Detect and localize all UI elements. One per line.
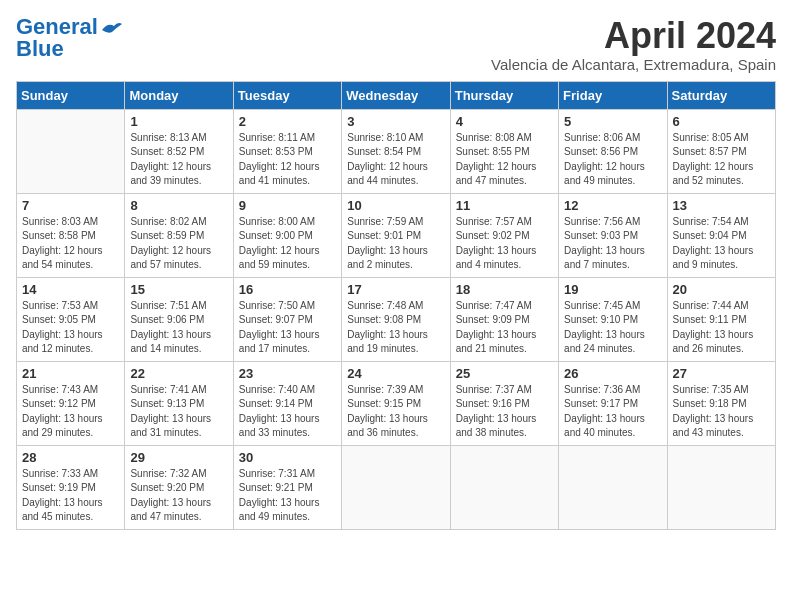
calendar-cell: 4Sunrise: 8:08 AMSunset: 8:55 PMDaylight… [450,109,558,193]
logo-text: GeneralBlue [16,16,98,60]
day-info: Sunrise: 7:39 AMSunset: 9:15 PMDaylight:… [347,383,444,441]
calendar-cell: 2Sunrise: 8:11 AMSunset: 8:53 PMDaylight… [233,109,341,193]
day-info: Sunrise: 7:47 AMSunset: 9:09 PMDaylight:… [456,299,553,357]
day-number: 1 [130,114,227,129]
day-info: Sunrise: 7:40 AMSunset: 9:14 PMDaylight:… [239,383,336,441]
day-number: 12 [564,198,661,213]
day-info: Sunrise: 7:36 AMSunset: 9:17 PMDaylight:… [564,383,661,441]
calendar-cell: 3Sunrise: 8:10 AMSunset: 8:54 PMDaylight… [342,109,450,193]
day-number: 18 [456,282,553,297]
calendar-week-row: 28Sunrise: 7:33 AMSunset: 9:19 PMDayligh… [17,445,776,529]
calendar-table: SundayMondayTuesdayWednesdayThursdayFrid… [16,81,776,530]
day-info: Sunrise: 7:56 AMSunset: 9:03 PMDaylight:… [564,215,661,273]
day-info: Sunrise: 7:33 AMSunset: 9:19 PMDaylight:… [22,467,119,525]
day-info: Sunrise: 7:44 AMSunset: 9:11 PMDaylight:… [673,299,770,357]
calendar-cell: 10Sunrise: 7:59 AMSunset: 9:01 PMDayligh… [342,193,450,277]
day-info: Sunrise: 7:53 AMSunset: 9:05 PMDaylight:… [22,299,119,357]
calendar-cell: 29Sunrise: 7:32 AMSunset: 9:20 PMDayligh… [125,445,233,529]
calendar-cell: 30Sunrise: 7:31 AMSunset: 9:21 PMDayligh… [233,445,341,529]
day-info: Sunrise: 8:11 AMSunset: 8:53 PMDaylight:… [239,131,336,189]
day-number: 5 [564,114,661,129]
day-number: 11 [456,198,553,213]
calendar-cell [667,445,775,529]
day-number: 16 [239,282,336,297]
day-info: Sunrise: 7:35 AMSunset: 9:18 PMDaylight:… [673,383,770,441]
calendar-cell: 18Sunrise: 7:47 AMSunset: 9:09 PMDayligh… [450,277,558,361]
day-info: Sunrise: 7:41 AMSunset: 9:13 PMDaylight:… [130,383,227,441]
day-number: 7 [22,198,119,213]
calendar-cell: 8Sunrise: 8:02 AMSunset: 8:59 PMDaylight… [125,193,233,277]
day-number: 9 [239,198,336,213]
calendar-cell: 23Sunrise: 7:40 AMSunset: 9:14 PMDayligh… [233,361,341,445]
day-number: 17 [347,282,444,297]
day-number: 24 [347,366,444,381]
weekday-header-thursday: Thursday [450,81,558,109]
calendar-cell: 7Sunrise: 8:03 AMSunset: 8:58 PMDaylight… [17,193,125,277]
calendar-cell: 15Sunrise: 7:51 AMSunset: 9:06 PMDayligh… [125,277,233,361]
day-info: Sunrise: 8:03 AMSunset: 8:58 PMDaylight:… [22,215,119,273]
calendar-cell: 22Sunrise: 7:41 AMSunset: 9:13 PMDayligh… [125,361,233,445]
calendar-week-row: 1Sunrise: 8:13 AMSunset: 8:52 PMDaylight… [17,109,776,193]
day-number: 21 [22,366,119,381]
day-number: 25 [456,366,553,381]
calendar-cell [559,445,667,529]
calendar-cell: 27Sunrise: 7:35 AMSunset: 9:18 PMDayligh… [667,361,775,445]
day-info: Sunrise: 7:37 AMSunset: 9:16 PMDaylight:… [456,383,553,441]
month-title: April 2024 [491,16,776,56]
calendar-cell [450,445,558,529]
calendar-cell: 20Sunrise: 7:44 AMSunset: 9:11 PMDayligh… [667,277,775,361]
calendar-cell: 25Sunrise: 7:37 AMSunset: 9:16 PMDayligh… [450,361,558,445]
day-info: Sunrise: 8:08 AMSunset: 8:55 PMDaylight:… [456,131,553,189]
day-info: Sunrise: 7:51 AMSunset: 9:06 PMDaylight:… [130,299,227,357]
calendar-cell: 21Sunrise: 7:43 AMSunset: 9:12 PMDayligh… [17,361,125,445]
weekday-header-friday: Friday [559,81,667,109]
calendar-cell [342,445,450,529]
day-info: Sunrise: 7:50 AMSunset: 9:07 PMDaylight:… [239,299,336,357]
day-number: 26 [564,366,661,381]
day-info: Sunrise: 7:57 AMSunset: 9:02 PMDaylight:… [456,215,553,273]
calendar-cell: 5Sunrise: 8:06 AMSunset: 8:56 PMDaylight… [559,109,667,193]
calendar-cell: 16Sunrise: 7:50 AMSunset: 9:07 PMDayligh… [233,277,341,361]
weekday-header-sunday: Sunday [17,81,125,109]
day-info: Sunrise: 7:32 AMSunset: 9:20 PMDaylight:… [130,467,227,525]
day-info: Sunrise: 8:05 AMSunset: 8:57 PMDaylight:… [673,131,770,189]
location-subtitle: Valencia de Alcantara, Extremadura, Spai… [491,56,776,73]
calendar-cell: 12Sunrise: 7:56 AMSunset: 9:03 PMDayligh… [559,193,667,277]
day-info: Sunrise: 7:45 AMSunset: 9:10 PMDaylight:… [564,299,661,357]
calendar-cell [17,109,125,193]
day-info: Sunrise: 7:54 AMSunset: 9:04 PMDaylight:… [673,215,770,273]
weekday-header-wednesday: Wednesday [342,81,450,109]
day-number: 4 [456,114,553,129]
calendar-header-row: SundayMondayTuesdayWednesdayThursdayFrid… [17,81,776,109]
page-header: GeneralBlue April 2024 Valencia de Alcan… [16,16,776,73]
day-number: 15 [130,282,227,297]
day-info: Sunrise: 7:31 AMSunset: 9:21 PMDaylight:… [239,467,336,525]
logo: GeneralBlue [16,16,122,60]
weekday-header-tuesday: Tuesday [233,81,341,109]
title-block: April 2024 Valencia de Alcantara, Extrem… [491,16,776,73]
day-info: Sunrise: 8:10 AMSunset: 8:54 PMDaylight:… [347,131,444,189]
calendar-cell: 11Sunrise: 7:57 AMSunset: 9:02 PMDayligh… [450,193,558,277]
day-number: 14 [22,282,119,297]
calendar-cell: 13Sunrise: 7:54 AMSunset: 9:04 PMDayligh… [667,193,775,277]
calendar-cell: 14Sunrise: 7:53 AMSunset: 9:05 PMDayligh… [17,277,125,361]
logo-bird-icon [100,20,122,38]
calendar-cell: 19Sunrise: 7:45 AMSunset: 9:10 PMDayligh… [559,277,667,361]
day-number: 8 [130,198,227,213]
calendar-week-row: 21Sunrise: 7:43 AMSunset: 9:12 PMDayligh… [17,361,776,445]
day-number: 13 [673,198,770,213]
calendar-week-row: 7Sunrise: 8:03 AMSunset: 8:58 PMDaylight… [17,193,776,277]
day-number: 23 [239,366,336,381]
day-info: Sunrise: 8:02 AMSunset: 8:59 PMDaylight:… [130,215,227,273]
day-number: 20 [673,282,770,297]
weekday-header-monday: Monday [125,81,233,109]
day-info: Sunrise: 8:13 AMSunset: 8:52 PMDaylight:… [130,131,227,189]
day-number: 22 [130,366,227,381]
day-info: Sunrise: 8:06 AMSunset: 8:56 PMDaylight:… [564,131,661,189]
day-number: 29 [130,450,227,465]
day-number: 3 [347,114,444,129]
calendar-cell: 6Sunrise: 8:05 AMSunset: 8:57 PMDaylight… [667,109,775,193]
day-info: Sunrise: 7:43 AMSunset: 9:12 PMDaylight:… [22,383,119,441]
calendar-cell: 24Sunrise: 7:39 AMSunset: 9:15 PMDayligh… [342,361,450,445]
day-info: Sunrise: 8:00 AMSunset: 9:00 PMDaylight:… [239,215,336,273]
